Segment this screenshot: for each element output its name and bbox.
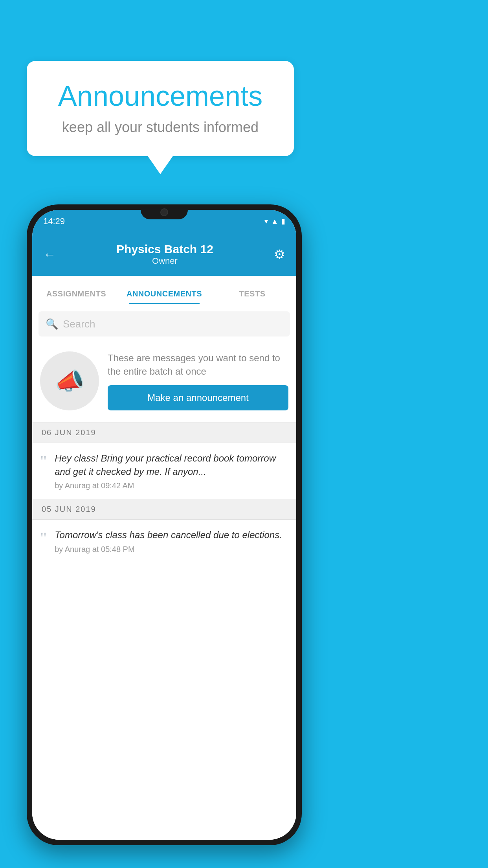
tabs-bar: ASSIGNMENTS ANNOUNCEMENTS TESTS — [32, 276, 296, 304]
back-button[interactable]: ← — [43, 247, 56, 262]
bubble-title: Announcements — [50, 80, 270, 112]
battery-icon: ▮ — [281, 217, 285, 226]
phone-outer: 14:29 ▾ ▲ ▮ ← Physics Batch 12 Owner ⚙ — [27, 204, 302, 845]
promo-description: These are messages you want to send to t… — [108, 351, 288, 378]
bubble-subtitle: keep all your students informed — [50, 119, 270, 136]
tab-tests[interactable]: TESTS — [208, 289, 296, 304]
quote-icon-1: " — [40, 453, 47, 470]
settings-icon[interactable]: ⚙ — [274, 247, 285, 262]
make-announcement-button[interactable]: Make an announcement — [108, 385, 288, 410]
phone-notch — [141, 204, 188, 219]
announcement-text-1: Hey class! Bring your practical record b… — [55, 452, 288, 478]
search-bar[interactable]: 🔍 Search — [39, 311, 290, 337]
speech-bubble: Announcements keep all your students inf… — [27, 61, 294, 156]
status-time: 14:29 — [43, 216, 65, 226]
announcement-item-2[interactable]: " Tomorrow's class has been cancelled du… — [32, 520, 296, 563]
megaphone-circle: 📣 — [40, 351, 99, 410]
tab-announcements[interactable]: ANNOUNCEMENTS — [120, 289, 208, 304]
search-icon: 🔍 — [46, 318, 58, 330]
date-separator-2: 05 JUN 2019 — [32, 499, 296, 520]
phone-screen: 14:29 ▾ ▲ ▮ ← Physics Batch 12 Owner ⚙ — [32, 210, 296, 840]
app-header: ← Physics Batch 12 Owner ⚙ — [32, 233, 296, 276]
megaphone-icon: 📣 — [55, 367, 84, 395]
date-separator-1: 06 JUN 2019 — [32, 423, 296, 443]
announcement-item-1[interactable]: " Hey class! Bring your practical record… — [32, 443, 296, 499]
announcement-text-2: Tomorrow's class has been cancelled due … — [55, 528, 288, 542]
header-role: Owner — [116, 256, 213, 266]
content-area: 🔍 Search 📣 These are messages you want t… — [32, 304, 296, 840]
tab-assignments[interactable]: ASSIGNMENTS — [32, 289, 120, 304]
announcement-meta-2: by Anurag at 05:48 PM — [55, 545, 288, 554]
signal-icon: ▲ — [271, 217, 278, 226]
header-center: Physics Batch 12 Owner — [116, 243, 213, 266]
search-placeholder: Search — [63, 318, 95, 330]
announcement-content-2: Tomorrow's class has been cancelled due … — [55, 528, 288, 554]
promo-box: 📣 These are messages you want to send to… — [32, 344, 296, 423]
quote-icon-2: " — [40, 530, 47, 546]
speech-bubble-tail — [148, 156, 173, 174]
wifi-icon: ▾ — [264, 217, 268, 226]
phone-camera — [160, 208, 168, 216]
phone-device: 14:29 ▾ ▲ ▮ ← Physics Batch 12 Owner ⚙ — [27, 204, 302, 845]
status-icons: ▾ ▲ ▮ — [264, 217, 285, 226]
announcement-content-1: Hey class! Bring your practical record b… — [55, 452, 288, 490]
announcement-meta-1: by Anurag at 09:42 AM — [55, 481, 288, 490]
speech-bubble-container: Announcements keep all your students inf… — [27, 61, 294, 174]
batch-title: Physics Batch 12 — [116, 243, 213, 256]
promo-content: These are messages you want to send to t… — [108, 351, 288, 410]
